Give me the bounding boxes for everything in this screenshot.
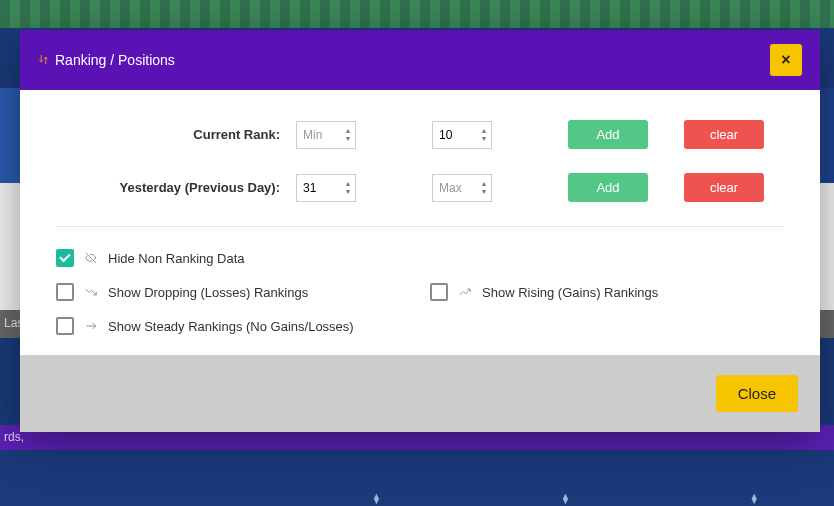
show-rising-label: Show Rising (Gains) Rankings	[482, 285, 658, 300]
current-rank-clear-button[interactable]: clear	[684, 120, 764, 149]
modal-footer: Close	[20, 355, 820, 432]
spinner-icon[interactable]: ▲▼	[479, 124, 489, 146]
show-steady-label: Show Steady Rankings (No Gains/Losses)	[108, 319, 354, 334]
show-steady-checkbox[interactable]	[56, 317, 74, 335]
show-dropping-checkbox[interactable]	[56, 283, 74, 301]
spinner-icon[interactable]: ▲▼	[343, 124, 353, 146]
show-rising-row: Show Rising (Gains) Rankings	[430, 283, 784, 301]
yesterday-rank-add-button[interactable]: Add	[568, 173, 648, 202]
divider	[56, 226, 784, 227]
show-rising-checkbox[interactable]	[430, 283, 448, 301]
show-dropping-row: Show Dropping (Losses) Rankings	[56, 283, 410, 301]
current-rank-max-wrap: ▲▼	[432, 121, 492, 149]
spinner-icon[interactable]: ▲▼	[479, 177, 489, 199]
yesterday-rank-clear-button[interactable]: clear	[684, 173, 764, 202]
arrow-right-icon	[84, 319, 98, 333]
hide-non-ranking-row: Hide Non Ranking Data	[56, 249, 784, 267]
background-sort-arrows: ▲▼ ▲▼ ▲▼ ▲▼	[0, 494, 834, 504]
spinner-icon[interactable]: ▲▼	[343, 177, 353, 199]
checkbox-options: Hide Non Ranking Data Show Dropping (Los…	[56, 249, 784, 335]
current-rank-add-button[interactable]: Add	[568, 120, 648, 149]
current-rank-label: Current Rank:	[56, 127, 296, 142]
modal-title: Ranking / Positions	[55, 52, 175, 68]
modal-header: Ranking / Positions ×	[20, 30, 820, 90]
current-rank-row: Current Rank: ▲▼ ▲▼ Add clear	[56, 120, 784, 149]
yesterday-rank-row: Yesterday (Previous Day): ▲▼ ▲▼ Add clea…	[56, 173, 784, 202]
current-rank-min-wrap: ▲▼	[296, 121, 356, 149]
close-button[interactable]: Close	[716, 375, 798, 412]
hide-non-ranking-checkbox[interactable]	[56, 249, 74, 267]
sort-icon	[38, 52, 49, 68]
yesterday-rank-min-wrap: ▲▼	[296, 174, 356, 202]
eye-off-icon	[84, 251, 98, 265]
hide-non-ranking-label: Hide Non Ranking Data	[108, 251, 245, 266]
close-x-button[interactable]: ×	[770, 44, 802, 76]
yesterday-rank-label: Yesterday (Previous Day):	[56, 180, 296, 195]
trending-up-icon	[458, 285, 472, 299]
show-dropping-label: Show Dropping (Losses) Rankings	[108, 285, 308, 300]
show-steady-row: Show Steady Rankings (No Gains/Losses)	[56, 317, 784, 335]
background-green-stripe	[0, 0, 834, 28]
modal-title-group: Ranking / Positions	[38, 52, 175, 68]
ranking-positions-modal: Ranking / Positions × Current Rank: ▲▼ ▲…	[20, 30, 820, 432]
yesterday-rank-max-wrap: ▲▼	[432, 174, 492, 202]
trending-down-icon	[84, 285, 98, 299]
modal-body: Current Rank: ▲▼ ▲▼ Add clear Yesterday …	[20, 90, 820, 355]
